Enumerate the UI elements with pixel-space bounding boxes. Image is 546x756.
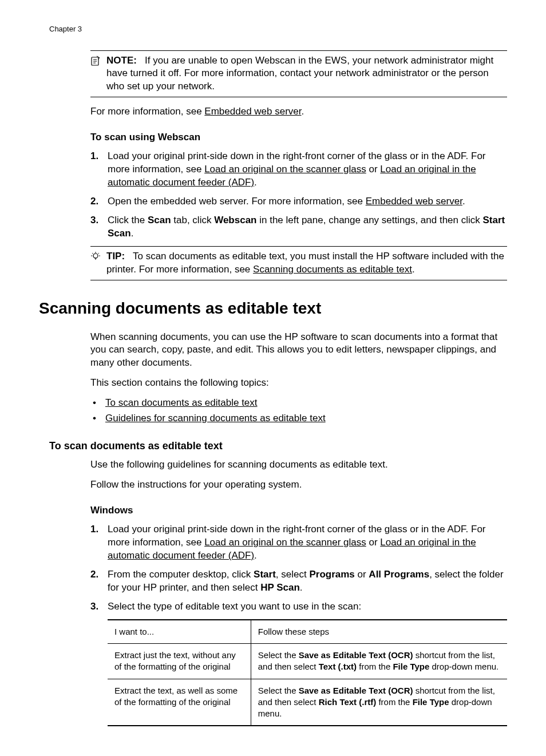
link-ews[interactable]: Embedded web server: [204, 106, 301, 117]
table-cell: Extract the text, as well as some of the…: [108, 679, 251, 726]
list-item: 3. Select the type of editable text you …: [90, 600, 507, 613]
link-topic-1[interactable]: To scan documents as editable text: [105, 397, 258, 410]
step-number: 3.: [90, 214, 108, 240]
list-item: 3. Click the Scan tab, click Webscan in …: [90, 214, 507, 240]
step-number: 1.: [90, 150, 108, 189]
main-heading: Scanning documents as editable text: [39, 298, 507, 319]
more-info-para: For more information, see Embedded web s…: [90, 105, 507, 118]
list-item: 2. From the computer desktop, click Star…: [90, 568, 507, 595]
webscan-heading: To scan using Webscan: [90, 131, 507, 144]
subsection-heading: To scan documents as editable text: [49, 439, 507, 453]
tip-icon: [90, 251, 102, 262]
link-scanner-glass[interactable]: Load an original on the scanner glass: [204, 537, 366, 548]
svg-line-8: [92, 253, 93, 254]
step-number: 2.: [90, 195, 108, 208]
list-item: 2. Open the embedded web server. For mor…: [90, 195, 507, 208]
guidelines-para: Use the following guidelines for scannin…: [90, 458, 507, 472]
note-label: NOTE:: [106, 55, 137, 66]
note-text: NOTE: If you are unable to open Webscan …: [106, 54, 507, 94]
intro-para: When scanning documents, you can use the…: [90, 331, 507, 370]
table-row: Extract the text, as well as some of the…: [108, 679, 507, 726]
step-number: 1.: [90, 523, 108, 563]
options-table: I want to... Follow these steps Extract …: [108, 619, 507, 727]
note-body: If you are unable to open Webscan in the…: [106, 55, 493, 92]
tip-label: TIP:: [106, 251, 125, 262]
svg-line-9: [98, 253, 100, 254]
table-cell: Extract just the text, without any of th…: [108, 644, 251, 679]
step-number: 2.: [90, 568, 108, 595]
link-editable-text[interactable]: Scanning documents as editable text: [253, 264, 412, 275]
table-cell: Select the Save as Editable Text (OCR) s…: [251, 644, 507, 679]
chapter-header: Chapter 3: [49, 24, 507, 34]
table-cell: Select the Save as Editable Text (OCR) s…: [251, 679, 507, 726]
topics-intro: This section contains the following topi…: [90, 377, 507, 390]
table-header: I want to...: [108, 620, 251, 644]
note-icon: [90, 56, 102, 66]
list-item: 1. Load your original print-side down in…: [90, 150, 507, 189]
table-row: Extract just the text, without any of th…: [108, 644, 507, 679]
tip-callout: TIP: To scan documents as editable text,…: [90, 246, 507, 280]
topics-list: •To scan documents as editable text •Gui…: [90, 397, 507, 425]
list-item: 1. Load your original print-side down in…: [90, 523, 507, 563]
note-callout: NOTE: If you are unable to open Webscan …: [90, 50, 507, 98]
windows-heading: Windows: [90, 504, 507, 517]
svg-point-4: [93, 254, 98, 258]
list-item: •Guidelines for scanning documents as ed…: [90, 412, 507, 425]
link-topic-2[interactable]: Guidelines for scanning documents as edi…: [105, 412, 326, 425]
step-number: 3.: [90, 600, 108, 613]
list-item: •To scan documents as editable text: [90, 397, 507, 410]
link-scanner-glass[interactable]: Load an original on the scanner glass: [204, 164, 366, 175]
webscan-steps: 1. Load your original print-side down in…: [90, 150, 507, 240]
windows-steps: 1. Load your original print-side down in…: [90, 523, 507, 613]
table-header: Follow these steps: [251, 620, 507, 644]
tip-text: TIP: To scan documents as editable text,…: [106, 250, 507, 276]
follow-para: Follow the instructions for your operati…: [90, 478, 507, 492]
link-ews[interactable]: Embedded web server: [366, 196, 462, 207]
